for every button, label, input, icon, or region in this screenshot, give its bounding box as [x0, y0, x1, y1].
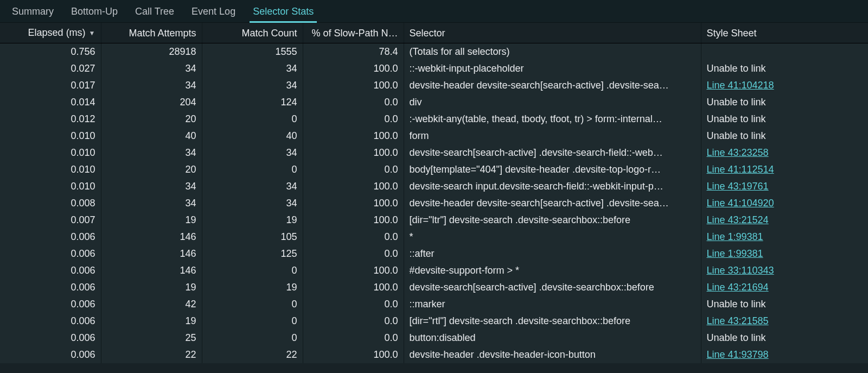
- cell-selector: devsite-search input.devsite-search-fiel…: [404, 178, 701, 195]
- column-header-selector[interactable]: Selector: [404, 23, 701, 43]
- cell-attempts: 25: [101, 330, 202, 346]
- style-sheet-link[interactable]: Line 41:104920: [707, 198, 774, 208]
- cell-count: 0: [202, 330, 303, 346]
- cell-style-sheet: Line 43:21524: [701, 212, 868, 229]
- cell-elapsed: 0.006: [0, 313, 101, 330]
- table-row[interactable]: 0.0062500.0button:disabledUnable to link: [0, 330, 868, 346]
- cell-attempts: 34: [101, 60, 202, 77]
- style-sheet-link[interactable]: Line 43:21524: [707, 214, 769, 225]
- style-sheet-link[interactable]: Line 1:99381: [707, 231, 763, 242]
- style-sheet-link[interactable]: Line 33:110343: [707, 265, 774, 276]
- cell-style-sheet: Line 41:112514: [701, 161, 868, 178]
- table-row[interactable]: 0.0102000.0body[template="404"] devsite-…: [0, 161, 868, 178]
- cell-style-sheet: Line 33:110343: [701, 262, 868, 279]
- table-row[interactable]: 0.0083434100.0devsite-header devsite-sea…: [0, 195, 868, 212]
- table-row[interactable]: 0.0071919100.0[dir="ltr"] devsite-search…: [0, 212, 868, 229]
- column-header-label: Match Count: [241, 28, 297, 39]
- table-body: 0.75628918155578.4(Totals for all select…: [0, 43, 868, 364]
- cell-style-sheet: Line 43:21585: [701, 313, 868, 330]
- cell-selector: button:disabled: [404, 330, 701, 346]
- cell-attempts: 204: [101, 94, 202, 111]
- cell-attempts: 19: [101, 279, 202, 296]
- cell-slow: 0.0: [303, 245, 404, 262]
- cell-attempts: 34: [101, 77, 202, 94]
- table-row[interactable]: 0.0173434100.0devsite-header devsite-sea…: [0, 77, 868, 94]
- table-row[interactable]: 0.75628918155578.4(Totals for all select…: [0, 43, 868, 61]
- cell-attempts: 34: [101, 144, 202, 161]
- style-sheet-link[interactable]: Line 43:19761: [707, 181, 769, 192]
- style-sheet-link[interactable]: Line 41:104218: [707, 80, 774, 91]
- cell-slow: 0.0: [303, 229, 404, 245]
- table-row[interactable]: 0.0061919100.0devsite-search[search-acti…: [0, 279, 868, 296]
- cell-attempts: 146: [101, 229, 202, 245]
- table-row[interactable]: 0.0122000.0:-webkit-any(table, thead, tb…: [0, 111, 868, 128]
- cell-selector: form: [404, 128, 701, 144]
- table-row[interactable]: 0.0273434100.0::-webkit-input-placeholde…: [0, 60, 868, 77]
- column-header-match-count[interactable]: Match Count: [202, 23, 303, 43]
- cell-selector: [dir="ltr"] devsite-search .devsite-sear…: [404, 212, 701, 229]
- cell-slow: 100.0: [303, 279, 404, 296]
- tab-call-tree[interactable]: Call Tree: [127, 0, 182, 23]
- selector-stats-table: Elapsed (ms)▼Match AttemptsMatch Count% …: [0, 23, 868, 363]
- cell-style-sheet: Unable to link: [701, 330, 868, 346]
- cell-attempts: 20: [101, 111, 202, 128]
- cell-style-sheet: Unable to link: [701, 296, 868, 313]
- style-sheet-link[interactable]: Line 1:99381: [707, 248, 763, 259]
- table-row[interactable]: 0.0142041240.0divUnable to link: [0, 94, 868, 111]
- style-sheet-text: Unable to link: [707, 113, 766, 124]
- tab-selector-stats[interactable]: Selector Stats: [245, 0, 321, 23]
- column-header-match-attempts[interactable]: Match Attempts: [101, 23, 202, 43]
- table-row[interactable]: 0.0103434100.0devsite-search input.devsi…: [0, 178, 868, 195]
- style-sheet-link[interactable]: Line 41:112514: [707, 164, 774, 175]
- tab-event-log[interactable]: Event Log: [184, 0, 243, 23]
- cell-attempts: 22: [101, 346, 202, 363]
- style-sheet-link[interactable]: Line 43:23258: [707, 147, 769, 158]
- cell-slow: 0.0: [303, 94, 404, 111]
- cell-style-sheet: Unable to link: [701, 128, 868, 144]
- column-header-elapsed-ms[interactable]: Elapsed (ms)▼: [0, 23, 101, 43]
- table-row[interactable]: 0.0103434100.0devsite-search[search-acti…: [0, 144, 868, 161]
- table-row[interactable]: 0.0061900.0[dir="rtl"] devsite-search .d…: [0, 313, 868, 330]
- cell-elapsed: 0.010: [0, 161, 101, 178]
- cell-count: 0: [202, 161, 303, 178]
- cell-elapsed: 0.027: [0, 60, 101, 77]
- cell-count: 105: [202, 229, 303, 245]
- table-row[interactable]: 0.0061460100.0#devsite-support-form > *L…: [0, 262, 868, 279]
- cell-slow: 0.0: [303, 296, 404, 313]
- cell-style-sheet: [701, 43, 868, 61]
- cell-style-sheet: Line 41:104218: [701, 77, 868, 94]
- selector-stats-table-wrap: Elapsed (ms)▼Match AttemptsMatch Count% …: [0, 23, 868, 373]
- style-sheet-link[interactable]: Line 43:21694: [707, 282, 769, 293]
- style-sheet-text: Unable to link: [707, 63, 766, 74]
- cell-slow: 100.0: [303, 195, 404, 212]
- cell-style-sheet: Line 43:23258: [701, 144, 868, 161]
- style-sheet-link[interactable]: Line 43:21585: [707, 315, 769, 326]
- table-row[interactable]: 0.0061461250.0::afterLine 1:99381: [0, 245, 868, 262]
- cell-elapsed: 0.014: [0, 94, 101, 111]
- cell-count: 0: [202, 111, 303, 128]
- cell-style-sheet: Line 43:21694: [701, 279, 868, 296]
- cell-count: 0: [202, 296, 303, 313]
- cell-elapsed: 0.010: [0, 144, 101, 161]
- table-row[interactable]: 0.0062222100.0devsite-header .devsite-he…: [0, 346, 868, 363]
- table-row[interactable]: 0.0064200.0::markerUnable to link: [0, 296, 868, 313]
- cell-slow: 0.0: [303, 111, 404, 128]
- column-header-style-sheet[interactable]: Style Sheet: [701, 23, 868, 43]
- cell-attempts: 34: [101, 178, 202, 195]
- column-header-label: Match Attempts: [129, 28, 196, 39]
- cell-slow: 78.4: [303, 43, 404, 61]
- cell-selector: *: [404, 229, 701, 245]
- style-sheet-link[interactable]: Line 41:93798: [707, 349, 769, 360]
- tab-bottom-up[interactable]: Bottom-Up: [63, 0, 125, 23]
- panel-tabbar: SummaryBottom-UpCall TreeEvent LogSelect…: [0, 0, 868, 23]
- cell-style-sheet: Line 1:99381: [701, 245, 868, 262]
- cell-selector: ::marker: [404, 296, 701, 313]
- column-header--of-slow-path-n[interactable]: % of Slow-Path N…: [303, 23, 404, 43]
- cell-slow: 0.0: [303, 330, 404, 346]
- cell-count: 34: [202, 77, 303, 94]
- tab-summary[interactable]: Summary: [4, 0, 61, 23]
- cell-count: 0: [202, 262, 303, 279]
- table-row[interactable]: 0.0104040100.0formUnable to link: [0, 128, 868, 144]
- table-row[interactable]: 0.0061461050.0*Line 1:99381: [0, 229, 868, 245]
- cell-count: 125: [202, 245, 303, 262]
